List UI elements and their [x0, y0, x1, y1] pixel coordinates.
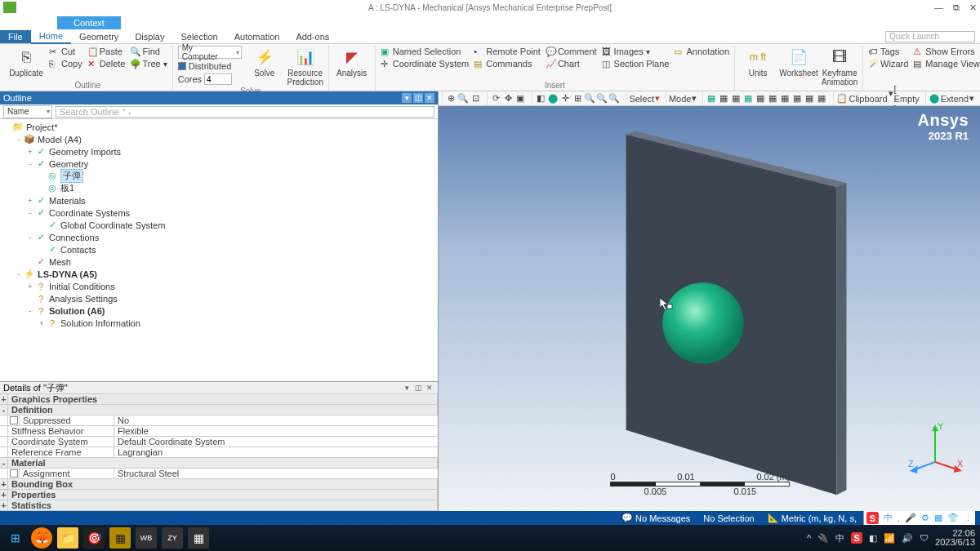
duplicate-button[interactable]: ⎘Duplicate	[8, 46, 44, 78]
wizard-button[interactable]: 🪄Wizard	[868, 58, 908, 69]
outline-pin-icon[interactable]: ◫	[413, 93, 423, 103]
details-close-icon[interactable]: ✕	[425, 383, 434, 393]
view-2-icon[interactable]: ⬤	[547, 93, 559, 104]
details-dropdown-icon[interactable]: ▾	[402, 383, 412, 393]
ime-skin-icon[interactable]: ▦	[934, 513, 942, 523]
tree-node[interactable]: ?Analysis Settings	[0, 292, 438, 304]
status-units[interactable]: 📐Metric (m, kg, N, s,	[768, 513, 857, 523]
tree-node[interactable]: +?Solution Information	[0, 317, 438, 329]
tree-node[interactable]: +?Initial Conditions	[0, 280, 438, 292]
tree-node[interactable]: +✓Materials	[0, 194, 438, 207]
section-plane-button[interactable]: ◫Section Plane	[602, 58, 670, 69]
start-button[interactable]: ⊞	[5, 527, 26, 549]
cut-button[interactable]: ✂Cut	[49, 46, 82, 57]
app4-icon[interactable]: 🎯	[83, 527, 105, 549]
show-errors-button[interactable]: ⚠Show Errors	[913, 46, 980, 57]
tree-node[interactable]: -⚡LS-DYNA (A5)	[0, 268, 438, 280]
outline-name-filter[interactable]: Name	[3, 105, 52, 118]
context-tab[interactable]: Context	[57, 16, 121, 29]
details-group-header[interactable]: +Statistics	[0, 500, 438, 511]
rotate-icon[interactable]: ⟳	[490, 93, 501, 104]
outline-dropdown-icon[interactable]: ▾	[402, 93, 412, 103]
solver-target-select[interactable]: My Computer	[178, 46, 242, 59]
details-row[interactable]: Reference FrameLagrangian	[0, 447, 438, 458]
status-selection[interactable]: No Selection	[703, 513, 754, 523]
status-messages[interactable]: 💬No Messages	[621, 513, 690, 523]
keyframe-button[interactable]: 🎞Keyframe Animation	[822, 46, 858, 87]
details-group-header[interactable]: -Definition	[0, 405, 438, 415]
grid-6-icon[interactable]: ▦	[767, 93, 778, 104]
ime-settings-icon[interactable]: ⚙	[921, 513, 929, 523]
tray-wifi-icon[interactable]: 📶	[884, 533, 895, 544]
minimize-button[interactable]: —	[934, 2, 943, 13]
tray-up-icon[interactable]: ^	[807, 533, 811, 543]
resource-prediction-button[interactable]: 📊Resource Prediction	[287, 46, 323, 87]
select-label[interactable]: Select	[629, 94, 654, 104]
comment-button[interactable]: 💬Comment	[546, 46, 597, 57]
details-group-header[interactable]: +Properties	[0, 490, 438, 500]
details-group-header[interactable]: +Bounding Box	[0, 479, 438, 490]
tree-node[interactable]: ✓Contacts	[0, 243, 438, 256]
find-button[interactable]: 🔍Find	[130, 46, 167, 57]
grid-9-icon[interactable]: ▦	[804, 93, 815, 104]
quick-launch-input[interactable]: Quick Launch	[885, 31, 975, 42]
ime-more-icon[interactable]: ⋮	[964, 513, 973, 523]
pan-icon[interactable]: ✥	[502, 93, 514, 104]
remote-point-button[interactable]: •Remote Point	[474, 46, 541, 57]
extend-label[interactable]: Extend	[941, 94, 969, 104]
worksheet-button[interactable]: 📄Worksheet	[781, 46, 817, 78]
grid-8-icon[interactable]: ▦	[791, 93, 803, 104]
view-4-icon[interactable]: ⊞	[572, 93, 583, 104]
tree-node[interactable]: -?Solution (A6)	[0, 304, 438, 317]
firefox-icon[interactable]: 🦊	[31, 527, 52, 549]
details-pin-icon[interactable]: ◫	[413, 383, 423, 393]
details-row[interactable]: Stiffness BehaviorFlexible	[0, 426, 438, 437]
view-5-icon[interactable]: 🔍	[584, 93, 595, 104]
tags-button[interactable]: 🏷Tags	[868, 46, 908, 57]
details-grid[interactable]: +Graphics Properties-DefinitionSuppresse…	[0, 394, 438, 511]
grid-3-icon[interactable]: ▦	[730, 93, 742, 104]
grid-7-icon[interactable]: ▦	[779, 93, 791, 104]
named-selection-button[interactable]: ▣Named Selection	[381, 46, 470, 57]
tree-button[interactable]: 🌳Tree▾	[130, 58, 167, 69]
zoom-fit-icon[interactable]: ⊕	[445, 93, 457, 104]
copy-button[interactable]: ⎘Copy	[49, 58, 82, 69]
details-row[interactable]: Coordinate SystemDefault Coordinate Syst…	[0, 437, 438, 447]
tray-volume-icon[interactable]: 🔊	[902, 533, 913, 544]
grid-4-icon[interactable]: ▦	[742, 93, 754, 104]
tree-node[interactable]: ◎板1	[0, 182, 438, 194]
ime-mic-icon[interactable]: 🎤	[905, 513, 916, 523]
orientation-triad[interactable]: Y X Z	[906, 421, 964, 478]
explorer-icon[interactable]: 📁	[57, 527, 78, 549]
tray-display-icon[interactable]: ◧	[869, 533, 877, 544]
grid-1-icon[interactable]: ▦	[706, 93, 717, 104]
tree-node[interactable]: ✓Global Coordinate System	[0, 219, 438, 231]
taskbar-clock[interactable]: 22:062023/6/13	[935, 529, 975, 547]
details-group-header[interactable]: +Graphics Properties	[0, 394, 438, 405]
tree-node[interactable]: +✓Geometry Imports	[0, 145, 438, 158]
tray-shield-icon[interactable]: 🛡	[920, 533, 929, 543]
view-3-icon[interactable]: ✛	[559, 93, 571, 104]
solve-button[interactable]: ⚡Solve	[247, 46, 283, 78]
view-1-icon[interactable]: ◧	[535, 93, 546, 104]
analysis-button[interactable]: ◤Analysis	[334, 46, 370, 78]
menu-geometry[interactable]: Geometry	[71, 30, 127, 43]
grid-5-icon[interactable]: ▦	[755, 93, 766, 104]
outline-close-icon[interactable]: ✕	[425, 93, 434, 103]
tree-node[interactable]: 📁Project*	[0, 121, 438, 133]
tree-node[interactable]: -✓Coordinate Systems	[0, 207, 438, 219]
app5-icon[interactable]: ▦	[109, 527, 131, 549]
grid-10-icon[interactable]: ▦	[816, 93, 827, 104]
app8-icon[interactable]: ▦	[188, 527, 209, 549]
menu-home[interactable]: Home	[31, 29, 71, 44]
menu-file[interactable]: File	[0, 30, 31, 43]
grid-2-icon[interactable]: ▦	[718, 93, 729, 104]
tree-node[interactable]: -✓Connections	[0, 231, 438, 243]
paste-button[interactable]: 📋Paste	[87, 46, 126, 57]
cores-input[interactable]: Cores	[178, 73, 242, 85]
annotation-button[interactable]: ▭Annotation	[674, 46, 729, 57]
coord-system-button[interactable]: ✛Coordinate System	[381, 58, 470, 69]
search-outline-input[interactable]: Search Outline ˅ ₊	[56, 106, 434, 118]
tray-lang-icon[interactable]: 中	[835, 532, 844, 544]
box-select-icon[interactable]: ▣	[514, 93, 526, 104]
